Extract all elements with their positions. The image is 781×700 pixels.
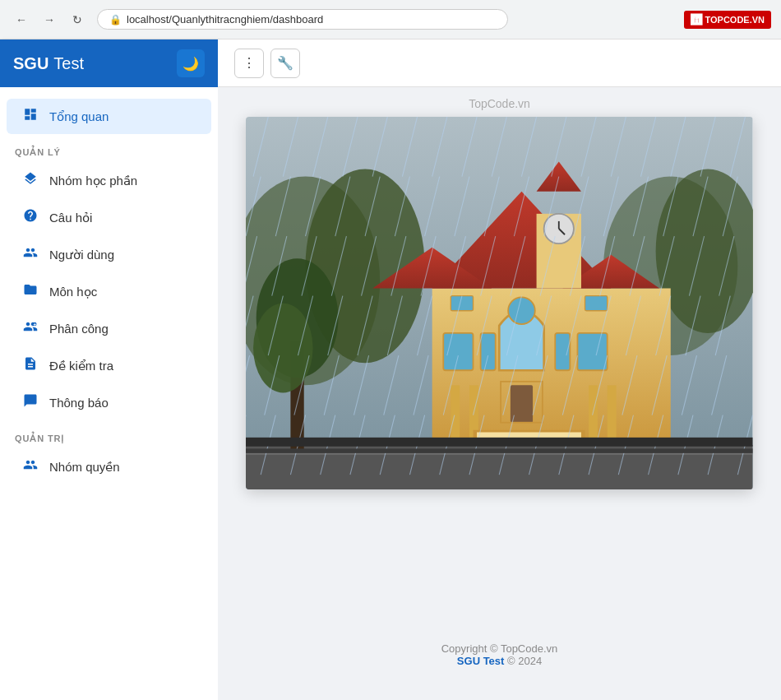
content-area: TopCode.vn xyxy=(218,87,781,700)
topcode-badge: 🅰 TOPCODE.VN xyxy=(684,11,771,29)
section-label-quan-ly: QUẢN LÝ xyxy=(0,136,218,161)
sidebar-item-label: Câu hỏi xyxy=(49,211,92,225)
wrench-icon: 🔧 xyxy=(277,55,293,71)
users-icon xyxy=(21,245,39,264)
svg-point-15 xyxy=(508,297,535,324)
sidebar: SGU Test 🌙 Tổng quan QUẢN LÝ Nhóm xyxy=(0,39,218,700)
svg-rect-18 xyxy=(555,333,570,370)
reload-button[interactable]: ↻ xyxy=(66,8,89,31)
sidebar-item-nhom-quyen[interactable]: Nhóm quyền xyxy=(7,449,211,484)
layers-icon xyxy=(21,171,39,190)
sidebar-item-cau-hoi[interactable]: Câu hỏi xyxy=(7,200,211,235)
svg-rect-21 xyxy=(585,296,608,311)
hero-image xyxy=(246,117,753,489)
footer: Copyright © TopCode.vn SGU Test © 2024 xyxy=(441,628,558,675)
sidebar-item-tong-quan[interactable]: Tổng quan xyxy=(7,99,211,134)
logo-test: Test xyxy=(53,54,84,73)
sidebar-item-label: Môn học xyxy=(49,285,97,299)
forward-button[interactable]: → xyxy=(38,8,61,31)
footer-app-name[interactable]: SGU Test xyxy=(457,655,505,667)
sidebar-item-label: Thông báo xyxy=(49,396,109,410)
sidebar-item-label: Nhóm học phần xyxy=(49,174,137,188)
sidebar-item-phan-cong[interactable]: Phân công xyxy=(7,311,211,346)
assign-icon xyxy=(21,319,39,338)
svg-rect-20 xyxy=(451,296,474,311)
sidebar-item-label: Nhóm quyền xyxy=(49,460,120,475)
sidebar-logo: SGU Test xyxy=(13,54,84,73)
copyright-text: Copyright © TopCode.vn xyxy=(441,642,558,655)
nav-buttons: ← → ↻ xyxy=(10,8,89,31)
back-button[interactable]: ← xyxy=(10,8,33,31)
settings-button[interactable]: 🔧 xyxy=(270,49,300,78)
app-footer: SGU Test © 2024 xyxy=(441,655,558,667)
sidebar-item-label: Phân công xyxy=(49,322,109,336)
menu-icon: ⋮ xyxy=(243,55,256,71)
dashboard-icon xyxy=(21,107,39,126)
app-wrapper: SGU Test 🌙 Tổng quan QUẢN LÝ Nhóm xyxy=(0,39,781,700)
main-content: ⋮ 🔧 TopCode.vn xyxy=(218,39,781,700)
topbar: ⋮ 🔧 xyxy=(218,39,781,87)
group-icon xyxy=(21,457,39,476)
sidebar-item-mon-hoc[interactable]: Môn học xyxy=(7,274,211,309)
chat-icon xyxy=(21,393,39,412)
menu-button[interactable]: ⋮ xyxy=(234,49,264,78)
lock-icon: 🔒 xyxy=(109,14,122,25)
document-icon xyxy=(21,356,39,375)
svg-rect-139 xyxy=(246,448,752,452)
dark-mode-button[interactable]: 🌙 xyxy=(177,49,205,77)
question-icon xyxy=(21,208,39,227)
sidebar-item-de-kiem-tra[interactable]: Đề kiểm tra xyxy=(7,348,211,383)
svg-point-34 xyxy=(253,304,313,393)
address-bar[interactable]: 🔒 localhost/Quanlythitracnghiem/dashboar… xyxy=(97,9,508,30)
sidebar-navigation: Tổng quan QUẢN LÝ Nhóm học phần Câu hỏi xyxy=(0,87,218,700)
sidebar-item-nguoi-dung[interactable]: Người dùng xyxy=(7,237,211,272)
sidebar-header: SGU Test 🌙 xyxy=(0,39,218,87)
moon-icon: 🌙 xyxy=(183,56,199,72)
badge-icon: 🅰 xyxy=(691,13,702,26)
svg-rect-138 xyxy=(246,438,752,447)
sidebar-item-nhom-hoc-phan[interactable]: Nhóm học phần xyxy=(7,163,211,198)
footer-year: © 2024 xyxy=(507,655,542,667)
section-label-quan-tri: QUẢN TRỊ xyxy=(0,422,218,447)
sidebar-item-label: Tổng quan xyxy=(49,109,109,124)
watermark: TopCode.vn xyxy=(469,87,530,117)
sidebar-item-label: Đề kiểm tra xyxy=(49,359,113,373)
sidebar-item-thong-bao[interactable]: Thông báo xyxy=(7,385,211,420)
sidebar-item-label: Người dùng xyxy=(49,248,114,262)
svg-rect-19 xyxy=(578,333,608,370)
folder-icon xyxy=(21,282,39,301)
logo-sgu: SGU xyxy=(13,54,49,73)
browser-chrome: ← → ↻ 🔒 localhost/Quanlythitracnghiem/da… xyxy=(0,0,781,39)
svg-rect-17 xyxy=(481,333,496,370)
topcode-label: TOPCODE.VN xyxy=(705,15,765,25)
url-text: localhost/Quanlythitracnghiem/dashboard xyxy=(127,13,323,25)
